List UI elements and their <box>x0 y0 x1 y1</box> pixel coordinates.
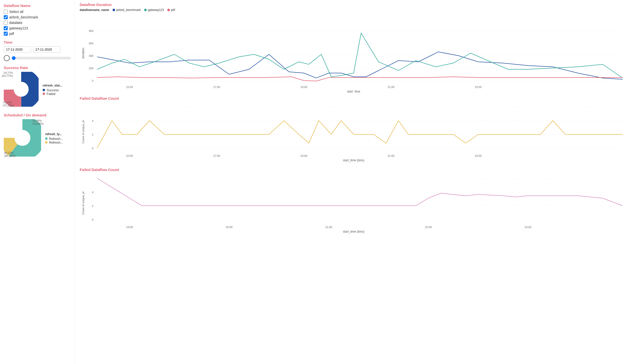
success-rate-title: Success Rate <box>4 66 71 70</box>
scheduled-section: Scheduled / On demand 14,68%(14,68%) 85,… <box>4 113 71 157</box>
svg-text:800: 800 <box>89 30 94 32</box>
success-rate-pie-area: 24,77%(24,77%) 75,23%(75,23%) <box>4 72 38 107</box>
failed-count2-svg: 0 2 4 Count of unique_id 19:00 20:00 21:… <box>80 173 628 236</box>
success-label: Success <box>46 88 59 92</box>
svg-text:start_time: start_time <box>347 90 360 93</box>
svg-text:400: 400 <box>89 54 94 57</box>
duration-legend-bold: dataflowname_name <box>80 8 109 12</box>
svg-text:0: 0 <box>92 147 94 150</box>
select-all-label: Select all <box>9 10 24 14</box>
duration-svg-chart: 0 200 400 600 800 duration 15:00 17:00 1… <box>80 13 628 93</box>
scheduled-legend: refresh_ty... Refresh... Refresh... <box>45 132 63 144</box>
duration-legend-airbnb: airbnb_benchmark <box>112 8 141 12</box>
success-legend-item: Success <box>42 88 62 92</box>
success-rate-legend: refresh_stat... Success Failed <box>42 84 62 96</box>
dataflow-checkbox-list: Select all airbnb_benchmark datalake gat… <box>4 10 71 36</box>
svg-text:17:00: 17:00 <box>213 154 220 157</box>
success-dot <box>42 89 45 91</box>
failed-count-title: Failed Dataflow Count <box>80 96 639 100</box>
pdf-checkbox[interactable] <box>4 32 8 36</box>
time-inputs <box>4 46 71 53</box>
pdf-line <box>97 77 622 81</box>
checkbox-airbnb[interactable]: airbnb_benchmark <box>4 15 71 19</box>
svg-text:600: 600 <box>89 42 94 45</box>
duration-legend-pdf: pdf <box>167 8 175 12</box>
airbnb-legend-dot <box>112 9 115 11</box>
gateway123-checkbox[interactable] <box>4 26 8 30</box>
refresh1-legend-item: Refresh... <box>45 137 63 141</box>
datalake-checkbox[interactable] <box>4 21 8 25</box>
svg-text:21:00: 21:00 <box>325 226 332 229</box>
scheduled-pie-area: 14,68%(14,68%) 85,32%(85,32%) <box>4 119 41 157</box>
svg-text:Count of unique_id: Count of unique_id <box>82 120 85 143</box>
svg-text:19:00: 19:00 <box>300 86 307 89</box>
failed-legend-item: Failed <box>42 92 62 96</box>
dataflow-section-title: Dataflow Name <box>4 4 71 8</box>
pdf-label: pdf <box>9 32 14 36</box>
airbnb-line <box>97 52 622 79</box>
svg-text:4: 4 <box>92 119 94 122</box>
svg-text:start_time (bins): start_time (bins) <box>343 230 364 233</box>
checkbox-datalake[interactable]: datalake <box>4 21 71 25</box>
main-content: Dataflow Duration dataflowname_name airb… <box>75 0 644 364</box>
airbnb-label: airbnb_benchmark <box>9 15 38 19</box>
refresh2-label: Refresh... <box>49 141 63 144</box>
svg-text:15:00: 15:00 <box>126 86 133 89</box>
pie-pct-success: 75,23%(75,23%) <box>3 101 14 107</box>
sidebar: Dataflow Name Select all airbnb_benchmar… <box>0 0 75 364</box>
failed-dot <box>42 92 45 95</box>
time-from-input[interactable] <box>4 46 31 53</box>
checkbox-pdf[interactable]: pdf <box>4 32 71 36</box>
select-all-checkbox[interactable] <box>4 10 8 14</box>
svg-text:21:00: 21:00 <box>388 86 394 89</box>
svg-text:2: 2 <box>92 205 94 208</box>
pie-pct-yellow: 14,68%(14,68%) <box>32 119 44 125</box>
svg-text:15:00: 15:00 <box>126 154 133 157</box>
duration-chart-section: Dataflow Duration dataflowname_name airb… <box>80 3 639 94</box>
svg-text:0: 0 <box>92 218 94 221</box>
failed-count-section: Failed Dataflow Count 0 2 4 Count of uni… <box>80 96 639 165</box>
scheduled-legend-title: refresh_ty... <box>45 132 63 136</box>
svg-text:19:00: 19:00 <box>126 226 133 229</box>
gateway-legend-dot <box>144 9 147 11</box>
duration-legend-gateway: gateway123 <box>144 8 164 12</box>
svg-text:200: 200 <box>89 67 94 70</box>
svg-text:4: 4 <box>92 191 94 194</box>
time-section: Time <box>4 40 71 61</box>
svg-text:17:00: 17:00 <box>213 86 220 89</box>
checkbox-gateway123[interactable]: gateway123 <box>4 26 71 30</box>
failed-count-svg: 0 2 4 Count of unique_id 15:00 17:00 19:… <box>80 102 628 164</box>
svg-text:duration: duration <box>82 48 85 58</box>
time-range-slider[interactable] <box>12 56 71 60</box>
time-to-input[interactable] <box>33 46 60 53</box>
time-section-title: Time <box>4 40 71 44</box>
failed-label: Failed <box>46 92 55 96</box>
svg-text:start_time (bins): start_time (bins) <box>343 158 364 162</box>
success-rate-section: Success Rate 24,77%(24,77%) 75,23%(75,23… <box>4 66 71 107</box>
svg-point-2 <box>14 82 29 97</box>
duration-legend: dataflowname_name airbnb_benchmark gatew… <box>80 8 639 12</box>
refresh2-legend-item: Refresh... <box>45 141 63 144</box>
svg-text:0: 0 <box>92 79 94 82</box>
svg-text:23:00: 23:00 <box>475 154 482 157</box>
airbnb-checkbox[interactable] <box>4 15 8 19</box>
svg-text:19:00: 19:00 <box>300 154 307 157</box>
duration-chart-title: Dataflow Duration <box>80 3 639 7</box>
scheduled-title: Scheduled / On demand <box>4 113 71 117</box>
svg-text:23:00: 23:00 <box>524 226 532 229</box>
svg-point-5 <box>14 130 30 146</box>
svg-text:21:00: 21:00 <box>388 154 394 157</box>
refresh1-label: Refresh... <box>49 137 63 141</box>
gateway-legend-label: gateway123 <box>148 8 164 12</box>
scheduled-pie-wrapper: 14,68%(14,68%) 85,32%(85,32%) refresh_ty… <box>4 119 71 157</box>
refresh1-dot <box>45 137 48 140</box>
svg-text:Count of unique_id: Count of unique_id <box>82 192 85 215</box>
checkbox-select-all[interactable]: Select all <box>4 10 71 14</box>
slider-handle[interactable] <box>4 55 10 61</box>
failed-count2-section: Failed Dataflow Count 0 2 4 Count of uni… <box>80 167 639 236</box>
success-rate-legend-title: refresh_stat... <box>42 84 62 87</box>
success-rate-pie-wrapper: 24,77%(24,77%) 75,23%(75,23%) refresh_st… <box>4 72 71 107</box>
time-slider-container <box>4 55 71 61</box>
pdf-legend-dot <box>167 9 170 11</box>
refresh2-dot <box>45 141 48 144</box>
